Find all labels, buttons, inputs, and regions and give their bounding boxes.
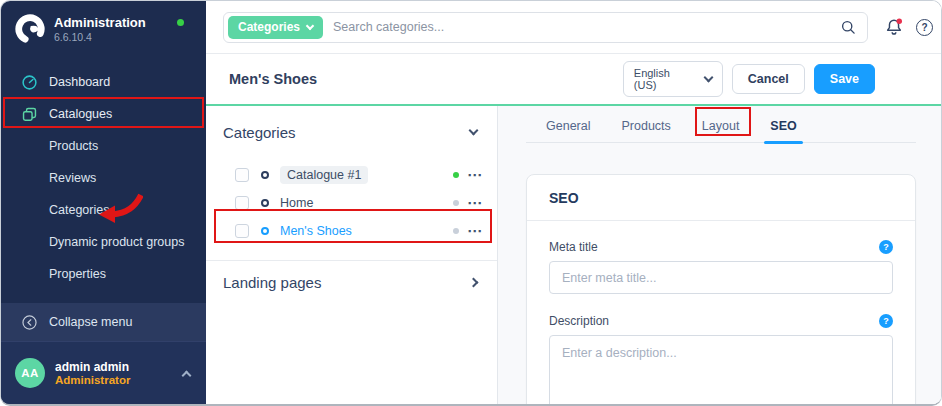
search-icon: [840, 19, 857, 36]
sidebar-item-dashboard[interactable]: Dashboard: [1, 66, 206, 98]
landing-pages-label: Landing pages: [223, 274, 321, 291]
user-menu[interactable]: AA admin admin Administrator: [1, 341, 206, 404]
avatar: AA: [15, 358, 45, 388]
tree-row-mens-shoes[interactable]: Men's Shoes ⋯: [206, 217, 497, 245]
search-input[interactable]: [333, 20, 840, 34]
topbar: Categories: [206, 1, 942, 54]
row-checkbox[interactable]: [235, 168, 249, 182]
chevron-right-icon: [469, 277, 479, 287]
status-dot: [453, 228, 459, 234]
sidebar-item-label: Catalogues: [49, 107, 112, 121]
collapse-chevron-icon: [21, 314, 38, 331]
tree-row-label: Catalogue #1: [280, 166, 368, 184]
chevron-down-icon: [703, 73, 713, 83]
collapse-menu-label: Collapse menu: [49, 315, 132, 329]
status-dot: [453, 200, 459, 206]
category-node-icon: [261, 199, 269, 207]
language-value: English (US): [634, 67, 692, 91]
global-search: Categories: [223, 12, 868, 43]
app-title: Administration: [54, 15, 146, 30]
user-role: Administrator: [55, 374, 130, 386]
dashboard-icon: [21, 74, 38, 91]
help-button[interactable]: ?: [916, 19, 933, 36]
meta-title-label: Meta title: [549, 240, 598, 254]
tree-header[interactable]: Categories: [206, 119, 497, 145]
smartbar: Men's Shoes English (US) Cancel Save: [206, 54, 942, 104]
sidebar-nav: Dashboard Catalogues Products Reviews Ca…: [1, 66, 206, 290]
page-title: Men's Shoes: [229, 71, 317, 87]
category-node-icon: [261, 227, 269, 235]
context-menu-button[interactable]: ⋯: [467, 170, 483, 180]
sidebar-item-properties[interactable]: Properties: [1, 258, 206, 290]
sidebar-item-reviews[interactable]: Reviews: [1, 162, 206, 194]
catalogues-icon: [21, 106, 38, 123]
save-button[interactable]: Save: [814, 64, 875, 94]
tab-products[interactable]: Products: [619, 115, 672, 142]
sidebar-item-categories[interactable]: Categories: [1, 194, 206, 226]
content-area: Categories Catalogue #1 ⋯: [206, 104, 942, 404]
collapse-menu-button[interactable]: Collapse menu: [1, 303, 206, 341]
tree-row-catalogue-1[interactable]: Catalogue #1 ⋯: [206, 161, 497, 189]
search-entity-button[interactable]: Categories: [228, 16, 323, 39]
sidebar-item-dynamic-product-groups[interactable]: Dynamic product groups: [1, 226, 206, 258]
cancel-button[interactable]: Cancel: [732, 64, 805, 94]
help-badge-icon[interactable]: ?: [879, 240, 893, 254]
row-checkbox[interactable]: [235, 196, 249, 210]
card-title: SEO: [549, 190, 579, 206]
question-mark-icon: ?: [916, 19, 933, 36]
row-checkbox[interactable]: [235, 224, 249, 238]
tab-bar: General Products Layout SEO: [498, 106, 942, 142]
app-version: 6.6.10.4: [54, 31, 146, 43]
category-node-icon: [261, 171, 269, 179]
context-menu-button[interactable]: ⋯: [467, 226, 483, 236]
sidebar: Administration 6.6.10.4 Dashboard: [1, 1, 206, 404]
chevron-down-icon: [306, 21, 314, 29]
sidebar-item-products[interactable]: Products: [1, 130, 206, 162]
sidebar-item-catalogues[interactable]: Catalogues: [1, 98, 206, 130]
main-area: Categories: [206, 1, 942, 404]
notifications-button[interactable]: [884, 17, 904, 37]
tab-seo[interactable]: SEO: [768, 115, 798, 142]
category-tree-panel: Categories Catalogue #1 ⋯: [206, 106, 498, 404]
tab-track: [526, 142, 916, 143]
language-select[interactable]: English (US): [623, 61, 723, 97]
tree-row-home[interactable]: Home ⋯: [206, 189, 497, 217]
shopware-logo-icon: [15, 14, 45, 44]
tree-header-label: Categories: [223, 124, 296, 141]
sidebar-item-label: Dashboard: [49, 75, 110, 89]
chevron-up-icon: [182, 370, 192, 380]
tab-general[interactable]: General: [544, 115, 592, 142]
detail-panel: General Products Layout SEO SEO Meta tit…: [498, 106, 942, 404]
seo-card: SEO Meta title ? Description: [526, 174, 916, 406]
context-menu-button[interactable]: ⋯: [467, 198, 483, 208]
bell-icon: [884, 17, 904, 37]
chevron-down-icon: [469, 125, 479, 135]
description-textarea[interactable]: [549, 335, 893, 406]
status-dot: [453, 172, 459, 178]
help-badge-icon[interactable]: ?: [879, 314, 893, 328]
online-status-dot: [177, 19, 184, 26]
description-label: Description: [549, 314, 609, 328]
sidebar-header: Administration 6.6.10.4: [1, 1, 206, 54]
user-name: admin admin: [55, 360, 130, 374]
admin-window: Administration 6.6.10.4 Dashboard: [0, 0, 942, 406]
meta-title-input[interactable]: [549, 261, 893, 294]
landing-pages-section[interactable]: Landing pages: [206, 261, 497, 303]
tree-row-label: Men's Shoes: [280, 224, 352, 238]
tree-row-label: Home: [280, 196, 313, 210]
tab-layout[interactable]: Layout: [700, 115, 742, 142]
